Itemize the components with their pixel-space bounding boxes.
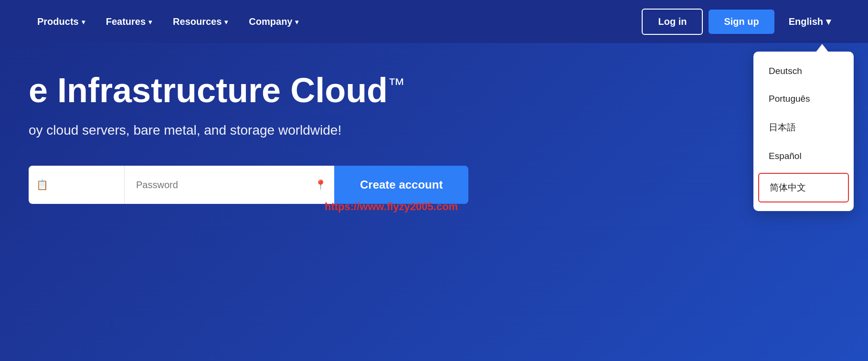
language-chevron-icon: ▾ — [826, 16, 831, 27]
features-chevron-icon: ▾ — [148, 18, 152, 26]
language-label: English — [789, 16, 823, 27]
signup-button[interactable]: Sign up — [709, 10, 774, 34]
nav-item-resources[interactable]: Resources ▾ — [164, 11, 236, 32]
email-input-group: 📋 — [29, 166, 124, 204]
nav-right: Log in Sign up English ▾ — [642, 9, 839, 35]
nav-left: Products ▾ Features ▾ Resources ▾ Compan… — [29, 11, 642, 32]
form-row: 📋 📍 Create account — [29, 166, 868, 204]
lang-option-deutsch[interactable]: Deutsch — [753, 57, 854, 85]
products-label: Products — [37, 16, 79, 27]
hero-title: e Infrastructure Cloud™ — [29, 72, 868, 109]
password-input[interactable] — [124, 166, 334, 204]
company-chevron-icon: ▾ — [295, 18, 298, 26]
lang-option-espanol[interactable]: Español — [753, 142, 854, 170]
email-input[interactable] — [29, 166, 124, 204]
language-button[interactable]: English ▾ — [780, 11, 839, 32]
resources-chevron-icon: ▾ — [224, 18, 228, 26]
resources-label: Resources — [173, 16, 222, 27]
nav-item-features[interactable]: Features ▾ — [97, 11, 160, 32]
nav-item-products[interactable]: Products ▾ — [29, 11, 94, 32]
hero-section: e Infrastructure Cloud™ oy cloud servers… — [0, 43, 868, 361]
nav-item-company[interactable]: Company ▾ — [240, 11, 307, 32]
lang-option-portugues[interactable]: Português — [753, 85, 854, 113]
lang-option-chinese[interactable]: 简体中文 — [758, 173, 849, 202]
features-label: Features — [106, 16, 146, 27]
navbar: Products ▾ Features ▾ Resources ▾ Compan… — [0, 0, 868, 43]
lang-option-japanese[interactable]: 日本語 — [753, 113, 854, 142]
language-dropdown: Deutsch Português 日本語 Español 简体中文 — [753, 52, 854, 211]
hero-subtitle: oy cloud servers, bare metal, and storag… — [29, 123, 868, 138]
products-chevron-icon: ▾ — [82, 18, 85, 26]
create-account-button[interactable]: Create account — [334, 166, 468, 204]
login-button[interactable]: Log in — [642, 9, 703, 35]
company-label: Company — [249, 16, 292, 27]
password-input-group: 📍 — [124, 166, 334, 204]
